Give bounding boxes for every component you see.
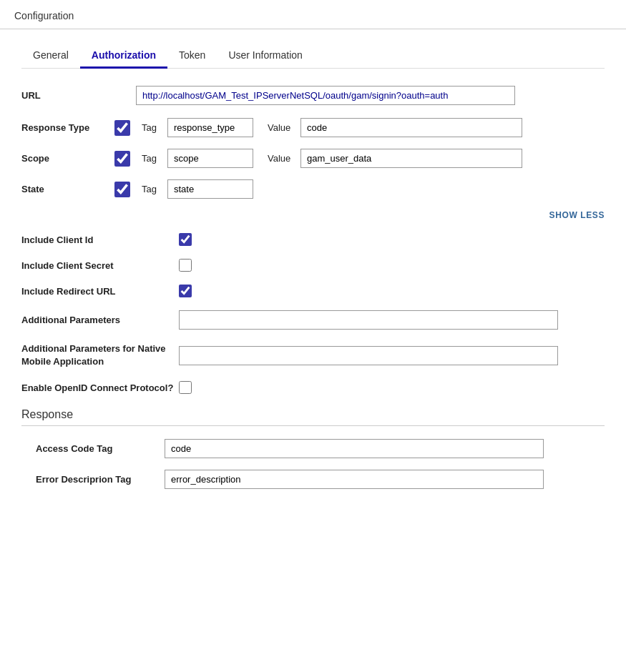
show-less-row: SHOW LESS [21,210,605,220]
include-client-id-checkbox[interactable] [179,233,192,246]
tab-token[interactable]: Token [167,44,217,69]
include-client-id-row: Include Client Id [21,233,605,246]
response-type-row: Response Type Tag Value [21,118,605,137]
additional-parameters-native-label: Additional Parameters for Native Mobile … [21,342,179,368]
scope-tag-input[interactable] [167,149,253,168]
include-client-id-label: Include Client Id [21,234,179,245]
response-type-value-label: Value [268,122,295,133]
show-less-link[interactable]: SHOW LESS [549,210,605,220]
additional-parameters-label: Additional Parameters [21,315,179,325]
additional-parameters-native-input[interactable] [179,346,558,365]
enable-openid-checkbox[interactable] [179,381,192,394]
state-label: State [21,184,114,194]
enable-openid-row: Enable OpenID Connect Protocol? [21,381,605,394]
response-type-tag-input[interactable] [167,118,253,137]
response-type-checkbox[interactable] [114,120,130,136]
response-type-label: Response Type [21,122,114,133]
url-row: URL [21,86,605,105]
additional-parameters-native-row: Additional Parameters for Native Mobile … [21,342,605,368]
error-description-tag-input[interactable] [165,470,544,489]
include-client-secret-label: Include Client Secret [21,260,179,271]
authorization-form: URL Response Type Tag Value Scope Tag Va… [21,86,605,394]
main-content: General Authorization Token User Informa… [0,29,626,515]
access-code-tag-input[interactable] [165,439,544,458]
url-label: URL [21,90,136,101]
response-type-value-input[interactable] [300,118,522,137]
include-client-secret-checkbox[interactable] [179,259,192,272]
scope-row: Scope Tag Value [21,149,605,168]
scope-tag-label: Tag [142,153,162,164]
include-redirect-url-label: Include Redirect URL [21,286,179,297]
response-title: Response [21,408,605,426]
include-redirect-url-checkbox[interactable] [179,285,192,297]
include-client-secret-row: Include Client Secret [21,259,605,272]
scope-value-label: Value [268,153,295,164]
error-description-tag-row: Error Descriprion Tag [21,470,605,489]
access-code-tag-row: Access Code Tag [21,439,605,458]
include-redirect-url-row: Include Redirect URL [21,285,605,297]
additional-parameters-input[interactable] [179,310,558,330]
state-checkbox[interactable] [114,182,130,197]
response-type-tag-label: Tag [142,122,162,133]
page-title: Configuration [14,10,74,21]
scope-value-input[interactable] [300,149,522,168]
tab-authorization[interactable]: Authorization [80,44,167,69]
scope-checkbox[interactable] [114,151,130,167]
scope-label: Scope [21,153,114,164]
url-input[interactable] [136,86,515,105]
error-description-tag-label: Error Descriprion Tag [36,474,165,485]
tab-bar: General Authorization Token User Informa… [21,44,605,69]
response-section: Response Access Code Tag Error Descripri… [21,408,605,489]
state-row: State Tag [21,179,605,199]
access-code-tag-label: Access Code Tag [36,443,165,454]
state-tag-input[interactable] [167,179,253,199]
page-header: Configuration [0,0,626,29]
tab-general[interactable]: General [21,44,80,69]
additional-parameters-row: Additional Parameters [21,310,605,330]
state-tag-label: Tag [142,184,162,194]
enable-openid-label: Enable OpenID Connect Protocol? [21,382,179,393]
tab-user-information[interactable]: User Information [217,44,313,69]
